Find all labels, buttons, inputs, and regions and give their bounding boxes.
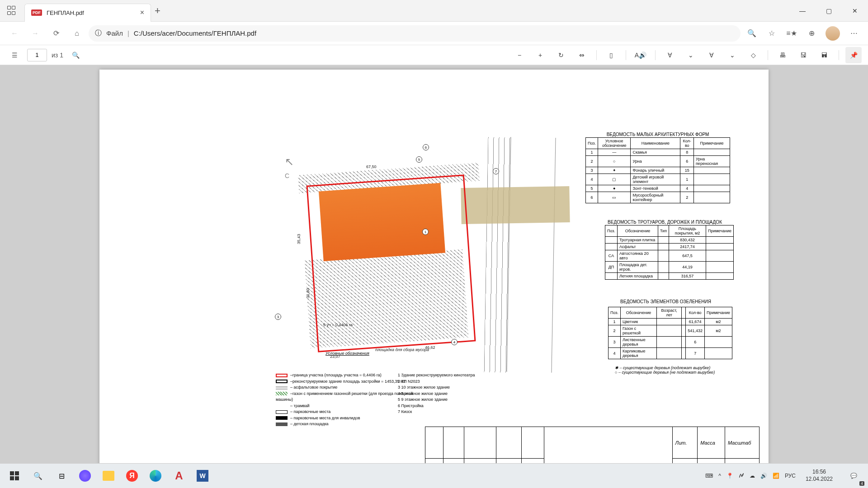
refresh-button[interactable]: ⟳ bbox=[47, 24, 65, 42]
dim-left2: 31,60 bbox=[306, 288, 310, 299]
zoom-icon[interactable]: 🔍 bbox=[743, 25, 760, 42]
close-window-button[interactable]: ✕ bbox=[842, 0, 868, 22]
zoom-out-icon[interactable]: − bbox=[511, 47, 528, 63]
print-icon[interactable]: 🖶 bbox=[774, 47, 791, 63]
label-4: 4 bbox=[451, 339, 458, 345]
page-total: из 1 bbox=[52, 52, 63, 59]
chevron-down-icon[interactable]: ⌄ bbox=[683, 47, 699, 63]
tab-title: ГЕНПЛАН.pdf bbox=[47, 9, 136, 16]
label-7: 7 bbox=[493, 168, 499, 174]
dim-top: 67,50 bbox=[366, 164, 377, 169]
collections-icon[interactable]: ⊕ bbox=[803, 25, 820, 42]
new-tab-button[interactable]: + bbox=[155, 5, 160, 17]
footnote-line: ✱ – существующие деревья (подлежат выруб… bbox=[615, 366, 715, 370]
pdf-page: ↖С 1 5 7 3 4 6 67,50 35,43 31,60 46,62 2… bbox=[99, 70, 769, 463]
svg-rect-1 bbox=[15, 471, 19, 475]
word-icon[interactable]: W bbox=[192, 465, 213, 487]
profile-avatar[interactable] bbox=[826, 26, 840, 41]
pdf-viewport[interactable]: ↖С 1 5 7 3 4 6 67,50 35,43 31,60 46,62 2… bbox=[0, 65, 868, 463]
footnote: ✱ – существующие деревья (подлежат выруб… bbox=[615, 366, 715, 375]
edge-icon[interactable] bbox=[145, 465, 166, 487]
draw-icon[interactable]: ∀ bbox=[703, 47, 720, 63]
zoom-in-icon[interactable]: + bbox=[532, 47, 548, 63]
autocad-icon[interactable]: A bbox=[168, 465, 190, 487]
area-label: S уч = 0,4406 га bbox=[323, 323, 353, 327]
page-view-icon[interactable]: ▯ bbox=[603, 47, 619, 63]
language-indicator[interactable]: РУС bbox=[785, 473, 796, 479]
url-input[interactable]: ⓘ Файл | C:/Users/acer/Documents/ГЕНПЛАН… bbox=[89, 25, 741, 42]
wifi-icon[interactable]: 📶 bbox=[773, 473, 779, 479]
yandex-icon[interactable]: Я bbox=[121, 465, 143, 487]
svg-rect-2 bbox=[10, 476, 14, 480]
pin-icon[interactable]: 📌 bbox=[845, 47, 862, 63]
table3: Поз.ОбозначениеВозраст, летКол-воПримеча… bbox=[608, 307, 732, 359]
rotate-icon[interactable]: ↻ bbox=[553, 47, 569, 63]
assistant-icon[interactable] bbox=[74, 465, 96, 487]
label-1: 1 bbox=[422, 229, 429, 235]
search-button[interactable]: 🔍 bbox=[27, 465, 49, 487]
notifications-button[interactable]: 💬4 bbox=[843, 465, 864, 487]
address-bar: ← → ⟳ ⌂ ⓘ Файл | C:/Users/acer/Documents… bbox=[0, 22, 868, 45]
start-button[interactable] bbox=[4, 465, 25, 487]
legend-item: – парковочные места bbox=[290, 409, 330, 414]
svg-rect-3 bbox=[15, 476, 19, 480]
info-icon: ⓘ bbox=[95, 29, 102, 38]
fit-icon[interactable]: ⇔ bbox=[574, 47, 590, 63]
close-tab-icon[interactable]: × bbox=[140, 9, 144, 17]
home-button[interactable]: ⌂ bbox=[68, 24, 86, 42]
clock-time: 16:56 bbox=[806, 469, 833, 476]
footnote-line: ○ – существующие деревья (не подлежат вы… bbox=[615, 370, 715, 375]
url-label: Файл bbox=[106, 29, 123, 37]
legend-item: –газон с применением газонной решетки (д… bbox=[276, 391, 413, 402]
pdf-toolbar: ☰ из 1 🔍 − + ↻ ⇔ ▯ A🔊 ∀ ⌄ ∀ ⌄ ◇ 🖶 🖫 🖬 📌 bbox=[0, 45, 868, 65]
label-6: 6 bbox=[423, 144, 429, 150]
titlebar: PDF ГЕНПЛАН.pdf × + — ▢ ✕ bbox=[0, 0, 868, 22]
volume-icon[interactable]: 🔊 bbox=[760, 473, 767, 479]
legend-item: 7 Киоск bbox=[398, 409, 497, 415]
building bbox=[319, 183, 445, 261]
browser-tab[interactable]: PDF ГЕНПЛАН.pdf × bbox=[24, 4, 151, 22]
more-icon[interactable]: ⋯ bbox=[845, 25, 863, 42]
maximize-button[interactable]: ▢ bbox=[816, 0, 842, 22]
table3-title: ВЕДОМОСТЬ ЭЛЕМЕНТОВ ОЗЕЛЕНЕНИЯ bbox=[608, 299, 723, 304]
title-block: Лит. Масса Масштаб Изм. Лист № докум. По… bbox=[425, 427, 760, 463]
contents-icon[interactable]: ☰ bbox=[6, 47, 23, 63]
save-as-icon[interactable]: 🖬 bbox=[816, 47, 832, 63]
battery-icon[interactable]: 🗲 bbox=[739, 473, 744, 479]
north-arrow-icon: ↖С bbox=[285, 155, 294, 181]
legend-item: –граница участка (площадь участка = 0,44… bbox=[290, 373, 382, 377]
notif-count: 4 bbox=[859, 481, 864, 486]
table1-title: ВЕДОМОСТЬ МАЛЫХ АРХИТЕКТУРНЫХ ФОРМ bbox=[585, 132, 730, 137]
tab-actions-icon[interactable] bbox=[7, 5, 18, 16]
search-icon[interactable]: 🔍 bbox=[68, 47, 84, 63]
page-input[interactable] bbox=[27, 49, 47, 61]
forward-button[interactable]: → bbox=[26, 24, 44, 42]
highlight-icon[interactable]: ∀ bbox=[662, 47, 678, 63]
table2-title: ВЕДОМОСТЬ ТРОТУАРОВ, ДОРОЖЕК И ПЛОЩАДОК bbox=[605, 220, 725, 225]
pdf-icon: PDF bbox=[31, 9, 42, 16]
favorite-icon[interactable]: ☆ bbox=[763, 25, 780, 42]
url-path: C:/Users/acer/Documents/ГЕНПЛАН.pdf bbox=[134, 29, 256, 37]
label-5: 5 bbox=[416, 156, 422, 163]
legend-item: – асфальтовое покрытие bbox=[290, 385, 337, 389]
legend-block-2: 1 Здание реконструируемого кинотеатра 2 … bbox=[398, 372, 497, 415]
erase-icon[interactable]: ◇ bbox=[745, 47, 761, 63]
back-button[interactable]: ← bbox=[5, 24, 24, 42]
label-3: 3 bbox=[275, 314, 281, 320]
table2: Поз.ОбозначениеТипПлощадь покрытия, м2Пр… bbox=[605, 225, 734, 280]
task-view-button[interactable]: ⊟ bbox=[51, 465, 72, 487]
onedrive-icon[interactable]: ☁ bbox=[750, 473, 755, 479]
clock[interactable]: 16:56 12.04.2022 bbox=[801, 469, 837, 483]
dim-left: 35,43 bbox=[297, 234, 301, 244]
url-separator: | bbox=[127, 29, 129, 37]
location-icon[interactable]: 📍 bbox=[726, 473, 733, 479]
chevron-down-icon[interactable]: ⌄ bbox=[724, 47, 741, 63]
clock-date: 12.04.2022 bbox=[806, 476, 833, 483]
explorer-icon[interactable] bbox=[98, 465, 119, 487]
read-aloud-icon[interactable]: A🔊 bbox=[632, 47, 649, 63]
keyboard-icon[interactable]: ⌨ bbox=[705, 473, 713, 479]
minimize-button[interactable]: — bbox=[789, 0, 816, 22]
favorites-list-icon[interactable]: ≡★ bbox=[783, 25, 800, 42]
tray-chevron-icon[interactable]: ^ bbox=[718, 473, 721, 479]
save-icon[interactable]: 🖫 bbox=[795, 47, 811, 63]
